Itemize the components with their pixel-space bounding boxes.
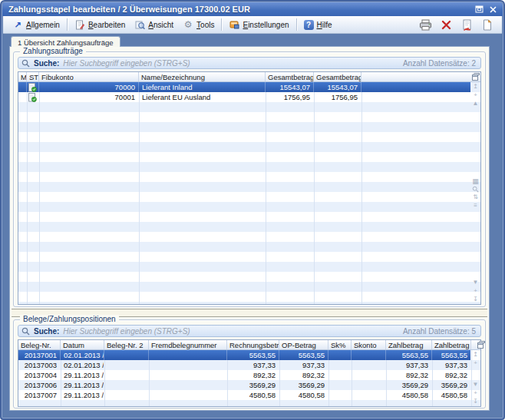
row-up-icon[interactable]: + [474,91,477,99]
cell-datum: 29.11.2013 /Fr [61,390,104,400]
cell-fibukonto: 70001 [39,92,139,102]
cell-zahlbetrag: 3569,29 [386,380,432,390]
menu-ansicht-label: Ansicht [148,21,173,29]
col-sk[interactable]: Sk% [328,340,352,349]
orders-grid: M ST Fibukonto Name/Bezeichnung Gesamtbe… [18,71,481,305]
cell-beleg_nr2 [104,380,149,390]
document-check-icon [27,92,39,102]
sort-icon[interactable]: ≡ [474,202,477,210]
search-bar-orders[interactable]: Suche: Hier Suchbegriff eingeben (STRG+S… [18,57,481,69]
cell-gesamtbetrag: 15543,07 [266,82,314,92]
col-gesamtbetrag[interactable]: Gesamtbetrag [266,72,314,81]
cell-op_betrag: 937,33 [279,360,328,370]
page-down-icon[interactable]: ▼ [473,279,479,286]
col-fibukonto[interactable]: Fibukonto [39,72,139,81]
zoom-icon[interactable] [472,186,479,193]
export-document-button[interactable] [460,18,474,31]
column-chooser-icon[interactable] [470,72,480,81]
export-document-icon [462,19,472,31]
menu-tools-label: Tools [196,21,214,29]
search-label: Suche: [34,59,59,68]
search-input[interactable]: Hier Suchbegriff eingeben (STRG+S) [63,59,399,68]
document-row[interactable]: 2013700729.11.2013 /Fr4580,584580,584580… [18,390,470,400]
cell-zahlbetrag: 937,33 [386,360,432,370]
document-row[interactable]: 2013700629.11.2013 /Fr3569,293569,293569… [18,380,470,390]
col-m[interactable]: M [18,72,27,81]
scroll-top-icon[interactable]: ↥ [473,351,478,359]
cell-name: Lieferant Inland [139,82,266,92]
menu-tools[interactable]: ⚙ Tools [178,18,219,31]
documents-grid: Beleg-Nr. Datum Beleg-Nr. 2 Fremdbelegnu… [18,339,481,407]
window-restore-button[interactable] [474,5,485,15]
print-button[interactable] [418,18,432,31]
search-bar-documents[interactable]: Suche: Hier Suchbegriff eingeben (STRG+S… [18,325,481,337]
col-beleg-nr-2[interactable]: Beleg-Nr. 2 [104,340,149,349]
filter-icon[interactable]: ⇅ [473,193,478,201]
col-name[interactable]: Name/Bezeichnung [139,72,266,81]
payment-order-row[interactable]: 70001Lieferant EU Ausland1756,951756,95 [18,92,470,102]
cell-sk [328,380,352,390]
cell-fibukonto: 70000 [39,82,139,92]
groupbox-title: Zahlungsaufträge [20,47,86,55]
menu-separator [296,18,297,31]
new-document-button[interactable] [480,18,494,31]
grid-view-icon[interactable]: ▦ [472,177,479,185]
col-fremdbelegnummer[interactable]: Fremdbelegnummer [149,340,227,349]
col-zahlbetrag-euro[interactable]: Zahlbetrag Euro [432,340,471,349]
menu-einstellungen[interactable]: Einstellungen [224,18,293,31]
menu-separator [221,18,222,31]
titlebar: Zahlungsstapel bearbeiten / 2 Überweisun… [2,2,503,16]
tab-label: 1 Übersicht Zahlungsaufträge [18,38,114,47]
cell-zahlbetrag: 4580,58 [386,390,432,400]
payment-order-row[interactable]: 70000Lieferant Inland15543,0715543,07 [18,82,470,92]
cell-sk [328,370,352,380]
scroll-top-icon[interactable]: ↥ [473,83,478,91]
page-down-icon[interactable]: ▼ [473,381,479,389]
scroll-bottom-icon[interactable]: ↧ [473,296,478,303]
col-rechnungsbetrag[interactable]: Rechnungsbetrag [227,340,279,349]
cell-datum: 02.01.2013 /Mi [61,350,104,360]
col-zahlbetrag[interactable]: Zahlbetrag [386,340,432,349]
document-row[interactable]: 2013700302.01.2013 /Mi937,33937,33937,33… [18,360,470,370]
row-up-icon[interactable]: + [474,359,477,367]
grid-column-lines [18,82,480,304]
cancel-button[interactable] [439,18,453,31]
cell-m [18,92,27,102]
search-icon [21,327,30,336]
cell-rechnungsbetrag: 5563,55 [227,350,279,360]
cell-fremdbeleg [149,390,227,400]
col-beleg-nr[interactable]: Beleg-Nr. [18,340,61,349]
cell-skonto [352,390,386,400]
edit-document-icon [74,19,85,30]
col-op-betrag[interactable]: OP-Betrag [279,340,328,349]
col-gesamtbetrag-euro[interactable]: Gesamtbetrag Euro [314,72,361,81]
cell-beleg_nr2 [104,370,149,380]
cell-op_betrag: 892,32 [279,370,328,380]
menu-ansicht[interactable]: Ansicht [130,18,178,31]
row-down-icon[interactable]: + [474,287,477,295]
tab-uebersicht-zahlungsauftraege[interactable]: 1 Übersicht Zahlungsaufträge [11,36,120,47]
cell-zahlbetrag_euro: 937,33 [432,360,471,370]
col-st[interactable]: ST [27,72,39,81]
groupbox-title: Belege/Zahlungspositionen [20,315,119,323]
search-label: Suche: [34,327,59,336]
cell-zahlbetrag_euro: 5563,55 [432,350,471,360]
menu-allgemein[interactable]: ↗ Allgemein [8,18,64,31]
document-row[interactable]: 2013700429.11.2013 /Fr892,32892,32892,32… [18,370,470,380]
window-close-button[interactable] [487,5,499,15]
menu-bearbeiten[interactable]: Bearbeiten [70,18,130,31]
document-row[interactable]: 2013700102.01.2013 /Mi5563,555563,555563… [18,350,470,360]
search-input[interactable]: Hier Suchbegriff eingeben (STRG+S) [63,327,399,336]
menubar: ↗ Allgemein Bearbeiten Ansi [3,16,502,34]
col-datum[interactable]: Datum [61,340,104,349]
page-up-icon[interactable]: ▲ [473,100,479,107]
cell-rechnungsbetrag: 4580,58 [227,390,279,400]
window-title: Zahlungsstapel bearbeiten / 2 Überweisun… [8,5,471,14]
scroll-bottom-icon[interactable]: ↧ [473,398,478,405]
col-skonto[interactable]: Skonto [352,340,386,349]
menu-hilfe[interactable]: ? Hilfe [299,18,337,31]
row-down-icon[interactable]: + [474,389,477,397]
cell-rechnungsbetrag: 3569,29 [227,380,279,390]
column-chooser-icon[interactable] [476,340,486,349]
cell-datum: 29.11.2013 /Fr [61,380,104,390]
